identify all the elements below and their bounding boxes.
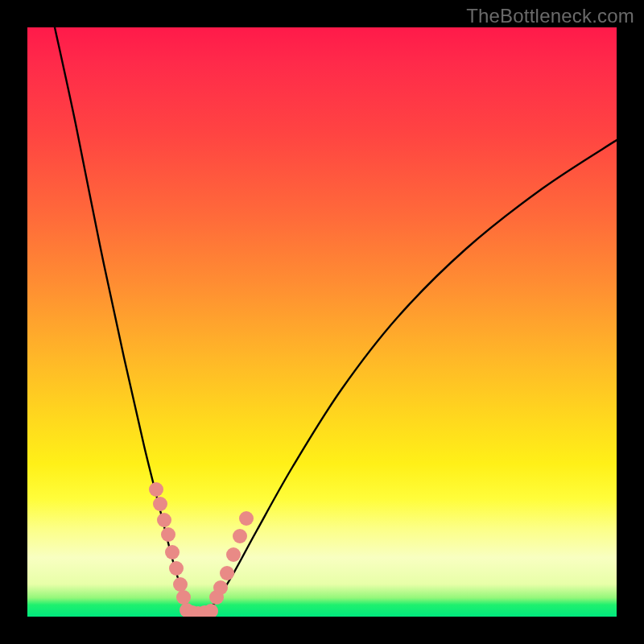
- curve-layer: [55, 27, 617, 615]
- data-dot: [161, 527, 175, 542]
- data-dot: [226, 547, 241, 562]
- data-dot: [165, 545, 180, 559]
- data-dot: [233, 529, 247, 543]
- curve-left-curve: [55, 27, 192, 615]
- data-dot: [213, 580, 228, 595]
- dot-layer: [149, 482, 254, 617]
- data-dot: [153, 497, 167, 511]
- data-dot: [149, 482, 163, 497]
- plot-area: [27, 27, 617, 617]
- data-dot: [204, 604, 218, 617]
- data-dot: [173, 577, 188, 592]
- chart-frame: TheBottleneck.com: [0, 0, 644, 644]
- watermark-text: TheBottleneck.com: [466, 5, 634, 27]
- data-dot: [197, 605, 212, 617]
- data-dot: [157, 513, 171, 527]
- data-dot: [176, 590, 191, 605]
- curve-right-curve: [204, 140, 617, 615]
- data-dot: [209, 590, 224, 605]
- data-dot: [185, 605, 200, 617]
- data-dot: [191, 606, 205, 617]
- data-dot: [169, 561, 184, 576]
- data-dot: [220, 566, 234, 580]
- data-dot: [239, 511, 254, 526]
- data-dot: [180, 603, 194, 617]
- curves-svg: [27, 27, 617, 617]
